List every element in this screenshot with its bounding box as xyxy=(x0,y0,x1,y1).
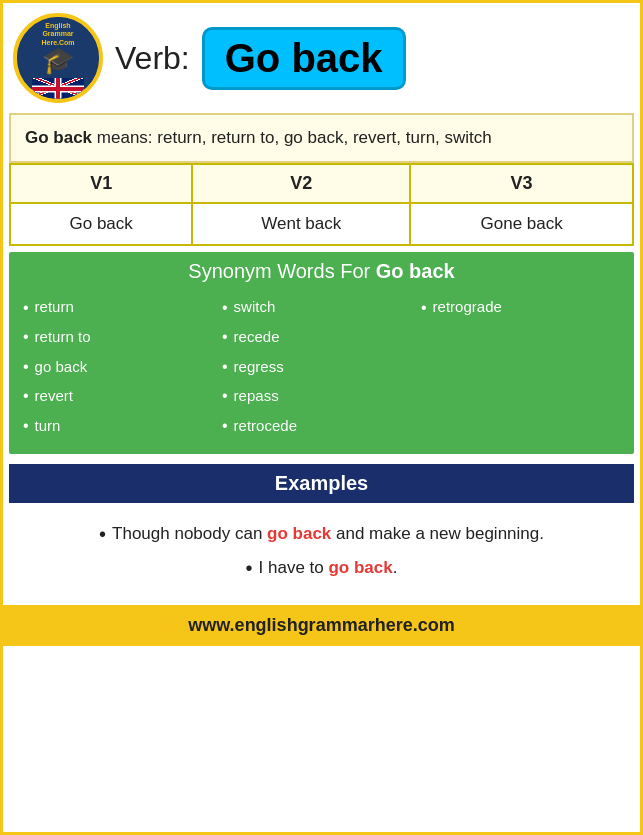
example-text-1: Though nobody can go back and make a new… xyxy=(112,520,544,549)
bullet-icon: • xyxy=(99,517,106,551)
list-item: turn xyxy=(23,411,222,441)
means-text: Go back means: return, return to, go bac… xyxy=(25,128,492,147)
footer: www.englishgrammarhere.com xyxy=(3,605,640,646)
example-item-1: • Though nobody can go back and make a n… xyxy=(99,517,544,551)
list-item: repass xyxy=(222,381,421,411)
table-row: Go back Went back Gone back xyxy=(10,203,633,245)
logo-graduation-icon: 🎓 xyxy=(42,45,74,76)
v3-cell: Gone back xyxy=(410,203,633,245)
table-header-v3: V3 xyxy=(410,164,633,203)
list-item: switch xyxy=(222,293,421,323)
list-item: revert xyxy=(23,381,222,411)
header: EnglishGrammarHere.Com 🎓 Verb: Go back xyxy=(3,3,640,113)
logo: EnglishGrammarHere.Com 🎓 xyxy=(13,13,103,103)
synonym-title: Synonym Words For Go back xyxy=(23,260,620,283)
examples-body: • Though nobody can go back and make a n… xyxy=(3,503,640,595)
means-rest: means: return, return to, go back, rever… xyxy=(92,128,492,147)
example-text-2: I have to go back. xyxy=(259,554,398,583)
synonym-title-bold: Go back xyxy=(376,260,455,282)
synonym-columns: return return to go back revert turn swi… xyxy=(23,293,620,441)
logo-text: EnglishGrammarHere.Com xyxy=(17,22,99,47)
table-header-v1: V1 xyxy=(10,164,192,203)
list-item: return xyxy=(23,293,222,323)
example-2-highlight: go back xyxy=(328,558,392,577)
list-item: retrocede xyxy=(222,411,421,441)
list-item: go back xyxy=(23,352,222,382)
footer-text: www.englishgrammarhere.com xyxy=(188,615,454,635)
list-item: recede xyxy=(222,322,421,352)
list-item: retrograde xyxy=(421,293,620,323)
list-item: return to xyxy=(23,322,222,352)
verb-title-box: Go back xyxy=(202,27,406,90)
synonym-title-normal: Synonym Words For xyxy=(188,260,375,282)
logo-flag xyxy=(32,78,84,99)
synonym-col-3: retrograde xyxy=(421,293,620,441)
list-item: regress xyxy=(222,352,421,382)
synonym-col-1: return return to go back revert turn xyxy=(23,293,222,441)
means-bold: Go back xyxy=(25,128,92,147)
synonym-col-2: switch recede regress repass retrocede xyxy=(222,293,421,441)
example-2-before: I have to xyxy=(259,558,329,577)
bullet-icon-2: • xyxy=(246,551,253,585)
verb-title: Go back xyxy=(225,36,383,80)
example-2-after: . xyxy=(393,558,398,577)
v2-cell: Went back xyxy=(192,203,410,245)
table-header-v2: V2 xyxy=(192,164,410,203)
synonym-section: Synonym Words For Go back return return … xyxy=(9,252,634,455)
verb-label: Verb: xyxy=(115,40,190,77)
examples-header-text: Examples xyxy=(275,472,368,494)
examples-header: Examples xyxy=(9,464,634,503)
means-section: Go back means: return, return to, go bac… xyxy=(9,113,634,163)
example-item-2: • I have to go back. xyxy=(246,551,398,585)
examples-list: • Though nobody can go back and make a n… xyxy=(23,517,620,585)
verb-table: V1 V2 V3 Go back Went back Gone back xyxy=(9,163,634,246)
v1-cell: Go back xyxy=(10,203,192,245)
